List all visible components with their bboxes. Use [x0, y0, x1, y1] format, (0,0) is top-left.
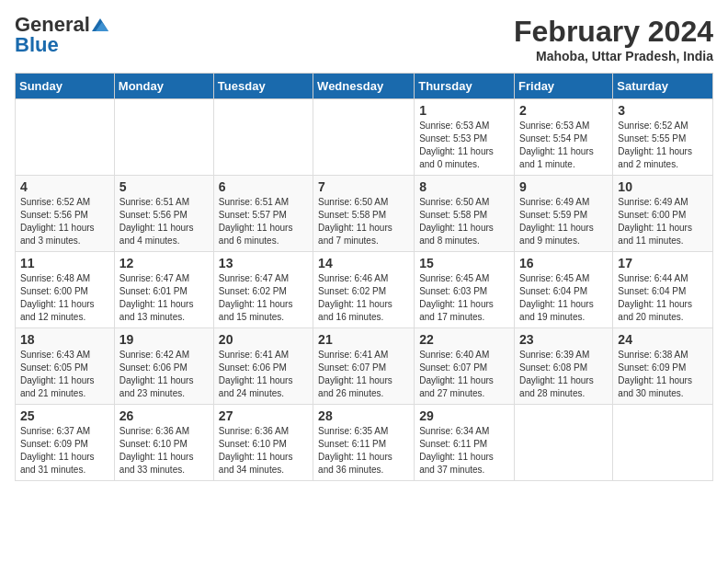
calendar-cell: 15Sunrise: 6:45 AMSunset: 6:03 PMDayligh… — [415, 252, 515, 328]
day-info: Sunrise: 6:45 AMSunset: 6:03 PMDaylight:… — [419, 272, 509, 324]
day-number: 21 — [318, 332, 409, 347]
day-info: Sunrise: 6:47 AMSunset: 6:02 PMDaylight:… — [219, 272, 308, 324]
calendar-cell: 10Sunrise: 6:49 AMSunset: 6:00 PMDayligh… — [613, 176, 713, 252]
day-number: 11 — [20, 256, 109, 270]
calendar-cell: 19Sunrise: 6:42 AMSunset: 6:06 PMDayligh… — [114, 328, 213, 405]
calendar-cell: 12Sunrise: 6:47 AMSunset: 6:01 PMDayligh… — [114, 252, 213, 328]
col-header-monday: Monday — [114, 74, 213, 99]
day-number: 20 — [219, 332, 308, 347]
day-number: 25 — [20, 408, 109, 423]
calendar-cell: 21Sunrise: 6:41 AMSunset: 6:07 PMDayligh… — [313, 328, 415, 405]
day-number: 9 — [519, 179, 608, 194]
col-header-tuesday: Tuesday — [213, 74, 313, 99]
calendar-week-row: 18Sunrise: 6:43 AMSunset: 6:05 PMDayligh… — [16, 328, 713, 405]
col-header-sunday: Sunday — [16, 74, 115, 99]
day-info: Sunrise: 6:39 AMSunset: 6:08 PMDaylight:… — [519, 349, 608, 400]
calendar-cell: 6Sunrise: 6:51 AMSunset: 5:57 PMDaylight… — [213, 176, 313, 252]
day-number: 16 — [519, 256, 608, 270]
day-info: Sunrise: 6:51 AMSunset: 5:57 PMDaylight:… — [219, 196, 308, 247]
calendar-cell: 17Sunrise: 6:44 AMSunset: 6:04 PMDayligh… — [613, 252, 713, 328]
day-info: Sunrise: 6:43 AMSunset: 6:05 PMDaylight:… — [20, 349, 109, 400]
day-info: Sunrise: 6:38 AMSunset: 6:09 PMDaylight:… — [618, 349, 708, 400]
day-number: 17 — [618, 256, 708, 270]
day-info: Sunrise: 6:53 AMSunset: 5:54 PMDaylight:… — [519, 120, 608, 171]
day-info: Sunrise: 6:35 AMSunset: 6:11 PMDaylight:… — [318, 425, 409, 477]
day-info: Sunrise: 6:49 AMSunset: 6:00 PMDaylight:… — [618, 196, 708, 247]
calendar-cell: 20Sunrise: 6:41 AMSunset: 6:06 PMDayligh… — [213, 328, 313, 405]
calendar-cell: 4Sunrise: 6:52 AMSunset: 5:56 PMDaylight… — [16, 176, 115, 252]
logo-icon — [92, 18, 108, 31]
day-info: Sunrise: 6:44 AMSunset: 6:04 PMDaylight:… — [618, 272, 708, 324]
day-number: 29 — [419, 408, 509, 423]
calendar-week-row: 25Sunrise: 6:37 AMSunset: 6:09 PMDayligh… — [16, 405, 713, 481]
calendar-cell — [213, 99, 313, 176]
day-info: Sunrise: 6:50 AMSunset: 5:58 PMDaylight:… — [419, 196, 509, 247]
calendar-week-row: 1Sunrise: 6:53 AMSunset: 5:53 PMDaylight… — [16, 99, 713, 176]
day-number: 1 — [419, 103, 509, 118]
day-info: Sunrise: 6:52 AMSunset: 5:56 PMDaylight:… — [20, 196, 109, 247]
calendar-cell: 1Sunrise: 6:53 AMSunset: 5:53 PMDaylight… — [415, 99, 515, 176]
col-header-thursday: Thursday — [415, 74, 515, 99]
calendar-cell: 16Sunrise: 6:45 AMSunset: 6:04 PMDayligh… — [515, 252, 613, 328]
calendar-cell: 13Sunrise: 6:47 AMSunset: 6:02 PMDayligh… — [213, 252, 313, 328]
day-info: Sunrise: 6:49 AMSunset: 5:59 PMDaylight:… — [519, 196, 608, 247]
calendar-header-row: SundayMondayTuesdayWednesdayThursdayFrid… — [16, 74, 713, 99]
header: General Blue February 2024 Mahoba, Uttar… — [15, 15, 713, 63]
day-number: 14 — [318, 256, 409, 270]
logo: General Blue — [15, 15, 108, 55]
day-number: 3 — [618, 103, 708, 118]
calendar-cell: 2Sunrise: 6:53 AMSunset: 5:54 PMDaylight… — [515, 99, 613, 176]
calendar-cell: 18Sunrise: 6:43 AMSunset: 6:05 PMDayligh… — [16, 328, 115, 405]
calendar-cell: 5Sunrise: 6:51 AMSunset: 5:56 PMDaylight… — [114, 176, 213, 252]
day-number: 26 — [119, 408, 209, 423]
location: Mahoba, Uttar Pradesh, India — [514, 49, 713, 63]
calendar-cell: 25Sunrise: 6:37 AMSunset: 6:09 PMDayligh… — [16, 405, 115, 481]
title-area: February 2024 Mahoba, Uttar Pradesh, Ind… — [514, 15, 713, 63]
day-info: Sunrise: 6:41 AMSunset: 6:06 PMDaylight:… — [219, 349, 308, 400]
calendar-cell: 22Sunrise: 6:40 AMSunset: 6:07 PMDayligh… — [415, 328, 515, 405]
calendar-cell: 3Sunrise: 6:52 AMSunset: 5:55 PMDaylight… — [613, 99, 713, 176]
calendar-cell: 14Sunrise: 6:46 AMSunset: 6:02 PMDayligh… — [313, 252, 415, 328]
day-info: Sunrise: 6:36 AMSunset: 6:10 PMDaylight:… — [119, 425, 209, 477]
col-header-saturday: Saturday — [613, 74, 713, 99]
day-number: 7 — [318, 179, 409, 194]
day-info: Sunrise: 6:34 AMSunset: 6:11 PMDaylight:… — [419, 425, 509, 477]
day-info: Sunrise: 6:47 AMSunset: 6:01 PMDaylight:… — [119, 272, 209, 324]
day-number: 28 — [318, 408, 409, 423]
logo-text: General — [15, 15, 90, 35]
day-info: Sunrise: 6:46 AMSunset: 6:02 PMDaylight:… — [318, 272, 409, 324]
day-info: Sunrise: 6:40 AMSunset: 6:07 PMDaylight:… — [419, 349, 509, 400]
day-info: Sunrise: 6:45 AMSunset: 6:04 PMDaylight:… — [519, 272, 608, 324]
calendar-cell — [16, 99, 115, 176]
calendar-cell — [313, 99, 415, 176]
calendar-cell — [515, 405, 613, 481]
month-year: February 2024 — [514, 15, 713, 49]
day-info: Sunrise: 6:53 AMSunset: 5:53 PMDaylight:… — [419, 120, 509, 171]
day-number: 4 — [20, 179, 109, 194]
day-number: 19 — [119, 332, 209, 347]
day-number: 27 — [219, 408, 308, 423]
day-number: 8 — [419, 179, 509, 194]
day-number: 23 — [519, 332, 608, 347]
day-info: Sunrise: 6:48 AMSunset: 6:00 PMDaylight:… — [20, 272, 109, 324]
calendar-cell: 26Sunrise: 6:36 AMSunset: 6:10 PMDayligh… — [114, 405, 213, 481]
calendar-cell: 8Sunrise: 6:50 AMSunset: 5:58 PMDaylight… — [415, 176, 515, 252]
calendar-cell: 11Sunrise: 6:48 AMSunset: 6:00 PMDayligh… — [16, 252, 115, 328]
col-header-friday: Friday — [515, 74, 613, 99]
calendar-cell — [613, 405, 713, 481]
logo-blue-text: Blue — [15, 33, 59, 56]
day-number: 15 — [419, 256, 509, 270]
calendar-week-row: 11Sunrise: 6:48 AMSunset: 6:00 PMDayligh… — [16, 252, 713, 328]
calendar-cell: 28Sunrise: 6:35 AMSunset: 6:11 PMDayligh… — [313, 405, 415, 481]
calendar-week-row: 4Sunrise: 6:52 AMSunset: 5:56 PMDaylight… — [16, 176, 713, 252]
col-header-wednesday: Wednesday — [313, 74, 415, 99]
day-number: 18 — [20, 332, 109, 347]
calendar-cell — [114, 99, 213, 176]
day-number: 24 — [618, 332, 708, 347]
calendar-cell: 23Sunrise: 6:39 AMSunset: 6:08 PMDayligh… — [515, 328, 613, 405]
calendar-table: SundayMondayTuesdayWednesdayThursdayFrid… — [15, 73, 713, 481]
day-info: Sunrise: 6:51 AMSunset: 5:56 PMDaylight:… — [119, 196, 209, 247]
day-info: Sunrise: 6:41 AMSunset: 6:07 PMDaylight:… — [318, 349, 409, 400]
day-info: Sunrise: 6:50 AMSunset: 5:58 PMDaylight:… — [318, 196, 409, 247]
day-number: 5 — [119, 179, 209, 194]
